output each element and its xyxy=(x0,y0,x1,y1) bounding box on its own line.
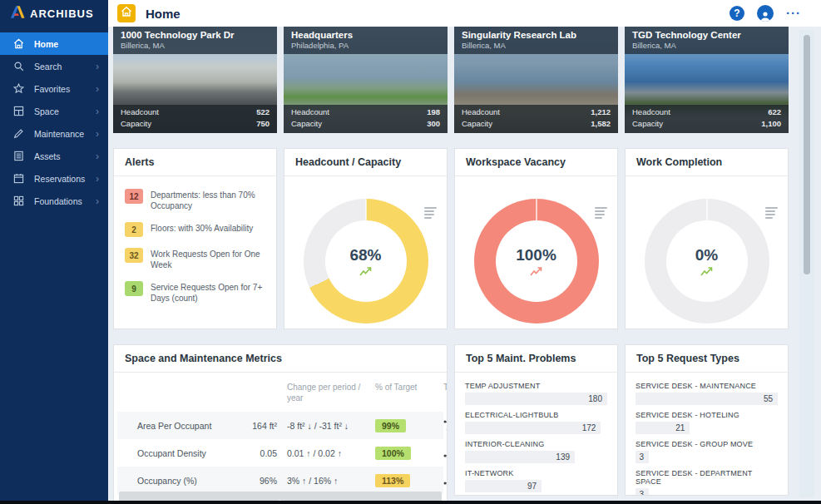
metric-row[interactable]: Area Per Occupant 164 ft² -8 ft² ↓ / -31… xyxy=(117,412,443,439)
col-change: Change per period / year xyxy=(287,383,375,403)
sidebar-item-label: Space xyxy=(34,106,59,116)
help-icon: ? xyxy=(734,7,739,19)
trend-sparkline xyxy=(443,474,448,487)
alert-item[interactable]: 12 Departments: less than 70% Occupancy xyxy=(125,189,265,211)
page-title: Home xyxy=(146,7,181,21)
sidebar-item-favorites[interactable]: Favorites › xyxy=(0,77,108,100)
work-completion-donut[interactable]: 0% xyxy=(645,199,769,324)
bar-label: ELECTRICAL-LIGHTBULB xyxy=(465,411,607,419)
bar-item[interactable]: IT-NETWORK 97 xyxy=(465,469,607,492)
building-card-tgd-technology-center[interactable]: TGD Technology Center Billerica, MA Head… xyxy=(625,27,789,133)
building-city: Philadelphia, PA xyxy=(291,41,440,50)
user-icon xyxy=(759,10,772,22)
capacity-label: Capacity xyxy=(462,118,492,130)
bar: 97 xyxy=(465,480,542,492)
space-maintenance-metrics-panel: Space and Maintenance Metrics Change per… xyxy=(113,344,448,501)
sidebar-item-label: Favorites xyxy=(34,84,70,94)
building-city: Billerica, MA xyxy=(632,41,781,50)
metrics-expander-button[interactable]: › xyxy=(119,492,442,501)
alert-count-badge: 12 xyxy=(125,189,143,204)
headcount-value: 198 xyxy=(427,106,440,118)
bar-item[interactable]: SERVICE DESK - HOTELING 21 xyxy=(636,411,778,434)
sidebar-item-label: Assets xyxy=(34,151,61,161)
bar: 3 xyxy=(636,451,649,463)
sidebar-item-label: Search xyxy=(34,62,62,72)
bar-item[interactable]: ELECTRICAL-LIGHTBULB 172 xyxy=(465,411,607,434)
panel-title: Space and Maintenance Metrics xyxy=(125,353,282,364)
metric-value: 96% xyxy=(244,476,287,486)
bar-item[interactable]: SERVICE DESK - GROUP MOVE 3 xyxy=(636,440,778,463)
sidebar-item-reservations[interactable]: Reservations › xyxy=(0,167,108,190)
chevron-right-icon: › xyxy=(96,106,99,116)
bar-item[interactable]: INTERIOR-CLEANING 139 xyxy=(465,440,607,463)
sidebar-item-label: Reservations xyxy=(34,174,85,184)
alert-count-badge: 2 xyxy=(125,222,143,237)
capacity-value: 1,100 xyxy=(761,118,781,130)
sidebar-item-foundations[interactable]: Foundations › xyxy=(0,190,108,212)
bar: 180 xyxy=(465,393,607,405)
help-button[interactable]: ? xyxy=(730,6,744,21)
alert-count-badge: 9 xyxy=(125,281,143,296)
window-bottom-edge xyxy=(0,501,821,504)
sidebar-item-assets[interactable]: Assets › xyxy=(0,145,108,167)
panel-title: Alerts xyxy=(125,156,154,168)
building-card-headquarters[interactable]: Headquarters Philadelphia, PA Headcount1… xyxy=(284,27,448,133)
metric-row[interactable]: Occupant Density 0.05 0.01 ↑ / 0.02 ↑ 10… xyxy=(117,439,443,467)
donut-center: 68% xyxy=(325,220,407,302)
bar-item[interactable]: SERVICE DESK - DEPARTMENT SPACE 3 xyxy=(636,469,778,496)
trend-up-icon xyxy=(530,267,543,277)
topbar-actions: ? ··· xyxy=(730,5,821,22)
col-target: % of Target xyxy=(375,383,443,403)
scrollbar-track[interactable] xyxy=(799,30,814,497)
chart-menu-icon[interactable] xyxy=(765,207,778,220)
chart-menu-icon[interactable] xyxy=(424,207,437,220)
archibus-logo-icon xyxy=(10,6,25,22)
home-button[interactable] xyxy=(117,4,136,22)
alert-label: Service Requests Open for 7+ Days (count… xyxy=(151,281,265,304)
alert-item[interactable]: 2 Floors: with 30% Availability xyxy=(125,222,265,237)
search-icon xyxy=(12,60,25,72)
building-card-header: Headquarters Philadelphia, PA xyxy=(284,27,448,54)
headcount-capacity-donut[interactable]: 68% xyxy=(304,199,428,324)
alert-label: Work Requests Open for One Week xyxy=(151,248,265,270)
metric-row[interactable]: Occupancy (%) 96% 3% ↑ / 16% ↑ 113% xyxy=(117,467,443,494)
panel-title: Top 5 Maint. Problems xyxy=(466,353,576,364)
sidebar-item-search[interactable]: Search › xyxy=(0,55,108,77)
sidebar-item-space[interactable]: Space › xyxy=(0,100,108,122)
sidebar-item-home[interactable]: Home xyxy=(0,32,108,55)
chevron-right-icon: › xyxy=(96,129,99,139)
sidebar-item-maintenance[interactable]: Maintenance › xyxy=(0,122,108,145)
alert-item[interactable]: 9 Service Requests Open for 7+ Days (cou… xyxy=(125,281,265,304)
alert-label: Departments: less than 70% Occupancy xyxy=(151,189,265,211)
bar-item[interactable]: TEMP ADJUSTMENT 180 xyxy=(465,382,607,405)
alert-item[interactable]: 32 Work Requests Open for One Week xyxy=(125,248,265,270)
alert-label: Floors: with 30% Availability xyxy=(151,222,253,237)
scrollbar-thumb[interactable] xyxy=(804,35,810,274)
metric-name: Occupancy (%) xyxy=(126,476,244,486)
building-name: Singularity Research Lab xyxy=(462,30,611,40)
capacity-value: 300 xyxy=(427,118,440,130)
grid-icon xyxy=(12,195,25,207)
archibus-app: ARCHIBUS Home Search › Favorites › Space… xyxy=(0,0,821,504)
trend-up-icon xyxy=(359,267,373,277)
building-card-1000-technology-park[interactable]: 1000 Technology Park Dr Billerica, MA He… xyxy=(113,27,277,133)
capacity-label: Capacity xyxy=(121,118,151,130)
overflow-menu-button[interactable]: ··· xyxy=(786,9,801,17)
archibus-brand: ARCHIBUS xyxy=(0,0,108,27)
bar-label: INTERIOR-CLEANING xyxy=(465,440,607,448)
chart-menu-icon[interactable] xyxy=(595,207,607,220)
home-icon xyxy=(121,6,132,21)
bar-label: SERVICE DESK - MAINTENANCE xyxy=(636,382,778,390)
building-card-singularity-research-lab[interactable]: Singularity Research Lab Billerica, MA H… xyxy=(454,27,618,133)
chevron-right-icon: › xyxy=(96,62,99,72)
user-avatar-button[interactable] xyxy=(757,5,774,22)
panel-title: Workspace Vacancy xyxy=(466,156,566,168)
home-icon xyxy=(12,37,25,50)
sidebar-item-label: Home xyxy=(34,39,58,49)
bar-item[interactable]: SERVICE DESK - MAINTENANCE 55 xyxy=(636,382,778,405)
dashboard-content: 1000 Technology Park Dr Billerica, MA He… xyxy=(108,27,821,501)
workspace-vacancy-donut[interactable]: 100% xyxy=(474,199,599,324)
assets-icon xyxy=(12,150,25,162)
metric-value: 164 ft² xyxy=(244,421,287,431)
building-name: TGD Technology Center xyxy=(632,30,781,40)
